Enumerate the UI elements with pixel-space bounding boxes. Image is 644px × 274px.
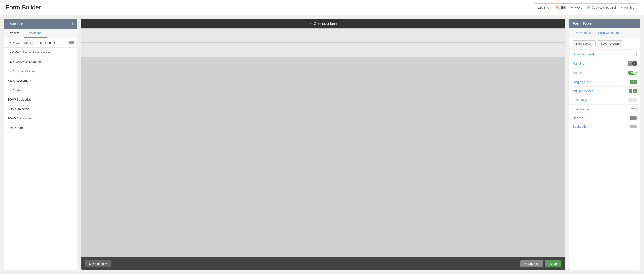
legend-move[interactable]: ✛ Move <box>571 5 582 9</box>
canvas-cell-mid-right <box>323 43 565 57</box>
field-item-single-select[interactable]: Single Select ✓ <box>569 77 640 87</box>
field-label: Free Draw <box>573 98 587 102</box>
legend-clipboard-label: Copy to clipboard <box>592 6 616 9</box>
field-item-multiple-select[interactable]: Multiple Select ✓ ✓ <box>569 87 640 95</box>
tab-additional[interactable]: Additional <box>24 29 47 38</box>
top-bar: Form Builder Legend: ✏️ Edit ✛ Move 🔗 Co… <box>0 0 644 15</box>
field-item-fraction[interactable]: Fraction Field □/□ <box>569 105 640 114</box>
multiple-select-icon: ✓ ✓ <box>628 89 637 93</box>
form-list-header: Form List + <box>4 19 77 29</box>
field-item-header[interactable]: Header <box>569 114 640 122</box>
legend-move-label: Move <box>575 6 582 9</box>
form-item[interactable]: H&P Physical Exam <box>4 66 77 76</box>
canvas-body <box>81 28 565 258</box>
form-item[interactable]: H&P CC / History of Present Illness P <box>4 38 77 48</box>
subheader-icon <box>630 126 637 128</box>
free-draw-icon: 〰 <box>628 98 637 102</box>
form-item[interactable]: SOAP Assessment <box>4 114 77 123</box>
header-icon <box>630 117 637 120</box>
canvas-cell-top-right <box>323 28 565 43</box>
add-form-button[interactable]: + <box>71 21 74 26</box>
chevron-down-icon: ▾ <box>105 262 107 266</box>
legend-archive-label: Archive <box>624 6 634 9</box>
form-item[interactable]: H&P Med / Fam / Social History <box>4 48 77 57</box>
canvas-header: ← Choose a form <box>81 19 565 28</box>
canvas-wrapper: ← Choose a form ⚙ Options ▾ ✏ Save <box>81 19 565 270</box>
field-item-short-text[interactable]: Short Text Field <box>569 50 640 59</box>
field-label: Fraction Field <box>573 107 591 111</box>
tools-section-btns: New Section SOAP Section <box>569 38 640 50</box>
field-label: Header <box>573 116 583 120</box>
field-label: Short Text Field <box>573 52 594 56</box>
edit-icon: ✏️ <box>556 5 560 9</box>
form-tools-title: Form Tools <box>573 21 592 25</box>
move-icon: ✛ <box>571 5 574 9</box>
page-title: Form Builder <box>6 4 41 11</box>
legend-clipboard[interactable]: 🔗 Copy to clipboard <box>586 5 616 9</box>
field-label: Switch <box>573 71 582 75</box>
legend-label: Legend: <box>538 5 550 9</box>
form-items: H&P CC / History of Present Illness P H&… <box>4 38 77 270</box>
main-layout: Form List + Presets Additional H&P CC / … <box>0 15 644 274</box>
field-item-switch[interactable]: Switch ON <box>569 68 640 77</box>
new-section-button[interactable]: New Section <box>573 40 596 47</box>
form-tabs-wrapper: Presets Additional <box>4 29 77 38</box>
canvas-footer: ⚙ Options ▾ ✏ Save as Save <box>81 258 565 270</box>
form-item[interactable]: SOAP Objective <box>4 104 77 114</box>
canvas-area: ← Choose a form ⚙ Options ▾ ✏ Save <box>81 19 565 270</box>
form-list-title: Form List <box>7 22 24 26</box>
form-item[interactable]: H&P Assessment <box>4 76 77 85</box>
single-select-icon: ✓ <box>630 80 637 84</box>
field-item-free-draw[interactable]: Free Draw 〰 <box>569 95 640 105</box>
fraction-icon: □/□ <box>630 107 637 111</box>
switch-icon: ON <box>628 71 637 75</box>
field-item-subheader[interactable]: Subheader <box>569 122 640 131</box>
form-item[interactable]: H&P Plan <box>4 85 77 95</box>
canvas-cell-mid-left <box>81 43 323 57</box>
save-as-button[interactable]: ✏ Save as <box>520 260 543 267</box>
field-label: Subheader <box>573 125 588 128</box>
save-button[interactable]: Save <box>545 260 562 267</box>
form-tabs: Presets Additional <box>4 29 77 38</box>
tools-tabs: New Fields Field Clipboard <box>569 28 640 38</box>
legend-edit[interactable]: ✏️ Edit <box>556 5 566 9</box>
tab-new-fields[interactable]: New Fields <box>572 30 594 36</box>
form-item-badge: P <box>69 41 74 44</box>
form-list: Form List + Presets Additional H&P CC / … <box>4 19 77 270</box>
tab-field-clipboard[interactable]: Field Clipboard <box>594 30 623 36</box>
canvas-cell-top-left <box>81 28 323 43</box>
legend-edit-label: Edit <box>561 6 566 9</box>
legend-archive[interactable]: ✕ Archive <box>620 5 634 9</box>
form-item[interactable]: SOAP Plan <box>4 123 77 133</box>
field-label: Yes / No <box>573 62 584 65</box>
pencil-icon: ✏ <box>524 262 527 266</box>
soap-section-button[interactable]: SOAP Section <box>597 40 622 47</box>
field-item-yes-no[interactable]: Yes / No Y N <box>569 59 640 68</box>
short-text-icon <box>630 52 637 56</box>
field-label: Multiple Select <box>573 89 593 93</box>
form-item[interactable]: SOAP Subjective <box>4 95 77 104</box>
field-items: Short Text Field Yes / No Y N Switch ON <box>569 50 640 270</box>
field-label: Single Select <box>573 80 591 84</box>
gear-icon: ⚙ <box>89 262 92 266</box>
footer-right: ✏ Save as Save <box>520 260 562 267</box>
legend-area: Legend: ✏️ Edit ✛ Move 🔗 Copy to clipboa… <box>534 3 638 11</box>
tab-presets[interactable]: Presets <box>4 29 24 38</box>
clipboard-icon: 🔗 <box>586 5 590 9</box>
choose-form-text: ← Choose a form <box>309 21 337 25</box>
yes-no-icon: Y N <box>628 61 637 66</box>
form-item[interactable]: H&P Review of Systems <box>4 57 77 66</box>
form-tools-header: Form Tools <box>569 19 640 28</box>
form-tools-panel: Form Tools New Fields Field Clipboard Ne… <box>569 19 640 270</box>
archive-icon: ✕ <box>620 5 623 9</box>
canvas-cell-full <box>81 57 565 258</box>
options-button[interactable]: ⚙ Options ▾ <box>85 260 111 267</box>
